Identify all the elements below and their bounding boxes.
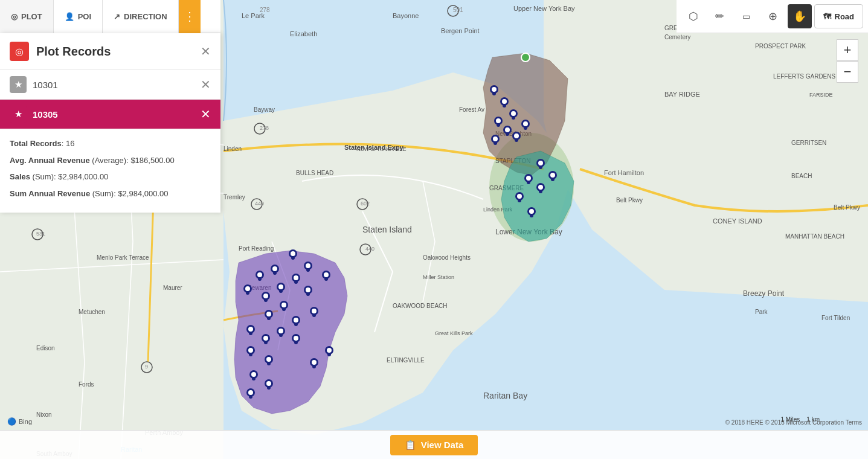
svg-text:Cemetery: Cemetery xyxy=(664,34,690,40)
svg-point-93 xyxy=(497,123,500,127)
plot-button[interactable]: ◎ PLOT xyxy=(0,0,54,33)
svg-text:Raritan Bay: Raritan Bay xyxy=(483,391,527,400)
tab1-close-button[interactable]: ✕ xyxy=(201,77,211,92)
poi-button[interactable]: 👤 POI xyxy=(54,0,103,33)
tab-10305[interactable]: ★ 10305 ✕ xyxy=(0,100,220,129)
svg-text:Staten Island: Staten Island xyxy=(362,225,412,234)
sales-label: Sales xyxy=(10,172,30,181)
road-label: Road xyxy=(835,12,855,21)
svg-point-192 xyxy=(291,256,295,260)
svg-text:NEW SPRINGVILLE: NEW SPRINGVILLE xyxy=(356,146,407,152)
svg-text:Port Reading: Port Reading xyxy=(239,245,274,252)
svg-point-156 xyxy=(312,313,316,317)
sum-revenue-row: Sum Annual Revenue (Sum): $2,984,000.00 xyxy=(10,188,211,200)
svg-point-118 xyxy=(526,176,531,181)
edit-tool-button[interactable]: ⊕ xyxy=(761,4,785,28)
svg-point-139 xyxy=(278,284,283,289)
svg-point-123 xyxy=(530,214,533,217)
svg-point-178 xyxy=(251,372,256,377)
svg-point-130 xyxy=(272,266,277,271)
active-tool-button[interactable]: ✋ xyxy=(788,4,812,28)
svg-point-147 xyxy=(282,307,286,311)
tab-10305-left: ★ 10305 xyxy=(10,106,58,123)
svg-point-169 xyxy=(294,336,298,341)
svg-text:Oakwood Heights: Oakwood Heights xyxy=(423,254,471,261)
svg-point-87 xyxy=(503,104,506,108)
svg-point-135 xyxy=(264,298,268,302)
edit-icon: ⊕ xyxy=(768,10,777,23)
svg-point-105 xyxy=(524,126,527,130)
svg-point-124 xyxy=(529,209,534,214)
svg-point-120 xyxy=(518,199,521,202)
svg-point-112 xyxy=(550,173,555,178)
direction-button[interactable]: ↗ DIRECTION xyxy=(103,0,179,33)
sum-revenue-value: $2,984,000.00 xyxy=(118,189,168,198)
svg-point-94 xyxy=(496,118,501,123)
svg-text:Bayonne: Bayonne xyxy=(393,12,419,19)
svg-point-198 xyxy=(327,353,331,356)
panel-close-button[interactable]: ✕ xyxy=(201,44,211,59)
view-data-button[interactable]: 📋 View Data xyxy=(390,435,478,455)
avg-revenue-value: $186,500.00 xyxy=(130,156,174,165)
svg-text:Upper New York Bay: Upper New York Bay xyxy=(513,5,575,12)
svg-text:ELTINGVILLE: ELTINGVILLE xyxy=(387,357,425,364)
svg-point-141 xyxy=(294,280,298,284)
copyright-text: © 2018 HERE © 2018 Microsoft Corporation… xyxy=(725,419,862,426)
total-records-value: 16 xyxy=(66,139,74,148)
zoom-out-button[interactable]: − xyxy=(837,61,858,83)
svg-point-109 xyxy=(538,161,543,165)
svg-point-114 xyxy=(539,190,542,193)
svg-point-183 xyxy=(249,395,252,399)
tab2-close-button[interactable]: ✕ xyxy=(201,107,211,121)
svg-point-126 xyxy=(258,277,262,281)
svg-text:CONEY ISLAND: CONEY ISLAND xyxy=(713,217,762,225)
svg-point-200 xyxy=(521,53,530,62)
avg-revenue-sep: (Average): xyxy=(90,156,131,165)
map-controls: + − xyxy=(837,39,858,83)
plot-label: PLOT xyxy=(21,12,42,21)
svg-point-132 xyxy=(246,291,249,295)
panel-header-left: ◎ Plot Records xyxy=(10,42,111,61)
svg-point-148 xyxy=(281,303,286,307)
svg-text:Fort Tilden: Fort Tilden xyxy=(821,315,850,321)
more-button[interactable]: ⋮ xyxy=(179,0,201,33)
svg-text:LEFFERTS GARDENS: LEFFERTS GARDENS xyxy=(773,73,835,80)
bing-label: Bing xyxy=(19,418,32,425)
svg-point-187 xyxy=(306,263,310,268)
draw-tool-button[interactable]: ✏ xyxy=(708,4,732,28)
svg-text:531: 531 xyxy=(36,231,45,237)
svg-point-190 xyxy=(324,272,329,277)
total-records-label: Total Records xyxy=(10,139,62,148)
zoom-in-button[interactable]: + xyxy=(837,39,858,61)
svg-point-85 xyxy=(492,87,497,92)
panel-icon-symbol: ◎ xyxy=(15,46,24,57)
svg-point-172 xyxy=(248,348,253,353)
poi-icon: 👤 xyxy=(65,12,74,21)
svg-point-171 xyxy=(249,353,252,356)
svg-text:Metuchen: Metuchen xyxy=(79,309,105,315)
svg-text:BEACH: BEACH xyxy=(791,173,812,179)
select-tool-button[interactable]: ⬡ xyxy=(681,4,706,28)
svg-point-177 xyxy=(252,377,256,380)
svg-point-90 xyxy=(512,116,515,120)
total-records-row: Total Records: 16 xyxy=(10,138,211,150)
road-view-button[interactable]: 🗺 Road xyxy=(814,4,864,28)
svg-text:Tremley: Tremley xyxy=(223,194,245,201)
active-icon: ✋ xyxy=(793,10,806,23)
svg-point-133 xyxy=(245,286,250,291)
svg-text:BULLS HEAD: BULLS HEAD xyxy=(296,170,333,176)
poi-label: POI xyxy=(78,12,91,21)
tab-10301[interactable]: ★ 10301 ✕ xyxy=(0,70,220,100)
svg-point-189 xyxy=(324,277,328,281)
svg-point-181 xyxy=(266,381,271,386)
svg-point-157 xyxy=(312,309,317,313)
svg-text:PROSPECT PARK: PROSPECT PARK xyxy=(755,43,806,50)
svg-text:FARSIDE: FARSIDE xyxy=(809,92,833,98)
svg-point-129 xyxy=(273,271,277,275)
side-panel: ◎ Plot Records ✕ ★ 10301 ✕ ★ 10305 ✕ xyxy=(0,33,220,213)
svg-text:602: 602 xyxy=(361,201,370,207)
svg-point-117 xyxy=(527,181,530,184)
svg-point-175 xyxy=(266,357,271,362)
erase-tool-button[interactable]: ▭ xyxy=(735,4,759,28)
svg-point-166 xyxy=(278,329,283,333)
